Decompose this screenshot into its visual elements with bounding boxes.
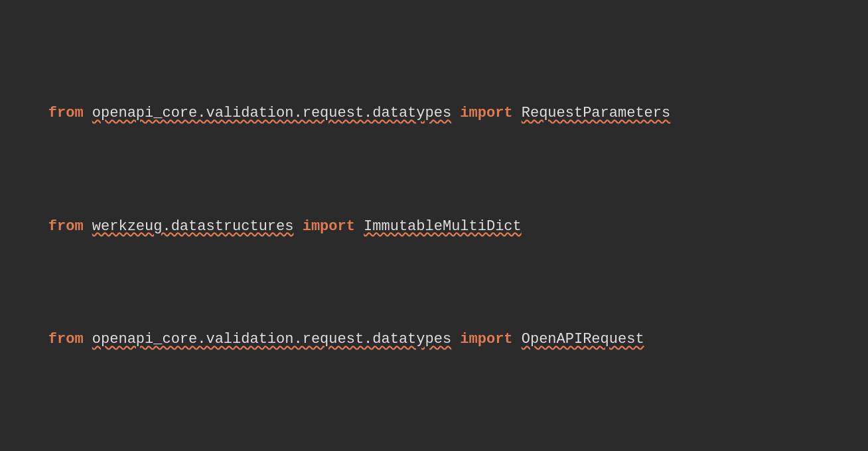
keyword-import-1: import (460, 105, 512, 121)
module-1: openapi_core.validation.request.datatype… (92, 105, 451, 121)
code-line-3: from openapi_core.validation.request.dat… (13, 306, 855, 373)
keyword-from-2: from (48, 218, 84, 235)
keyword-from-3: from (48, 331, 84, 348)
module-3: openapi_core.validation.request.datatype… (92, 331, 451, 348)
code-line-2: from werkzeug.datastructures import Immu… (13, 193, 855, 261)
keyword-import-2: import (303, 218, 355, 235)
keyword-from-1: from (48, 105, 84, 121)
class-openapirequest: OpenAPIRequest (522, 331, 644, 348)
code-editor: from openapi_core.validation.request.dat… (13, 12, 855, 451)
class-immutablemultidict: ImmutableMultiDict (364, 218, 522, 235)
module-2: werkzeug.datastructures (92, 218, 294, 235)
class-requestparameters-1: RequestParameters (522, 105, 670, 121)
keyword-import-3: import (460, 331, 512, 348)
code-line-1: from openapi_core.validation.request.dat… (13, 80, 855, 147)
